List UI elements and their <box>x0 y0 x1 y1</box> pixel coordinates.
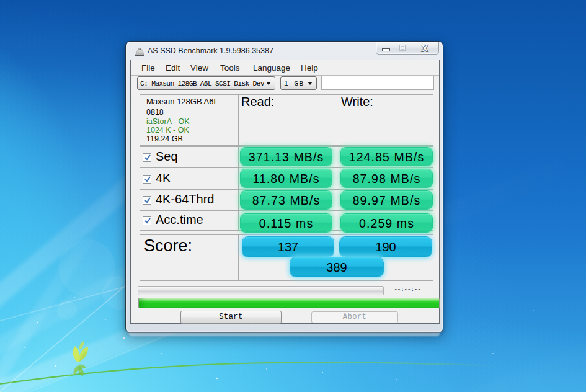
svg-text:X: X <box>422 43 428 53</box>
